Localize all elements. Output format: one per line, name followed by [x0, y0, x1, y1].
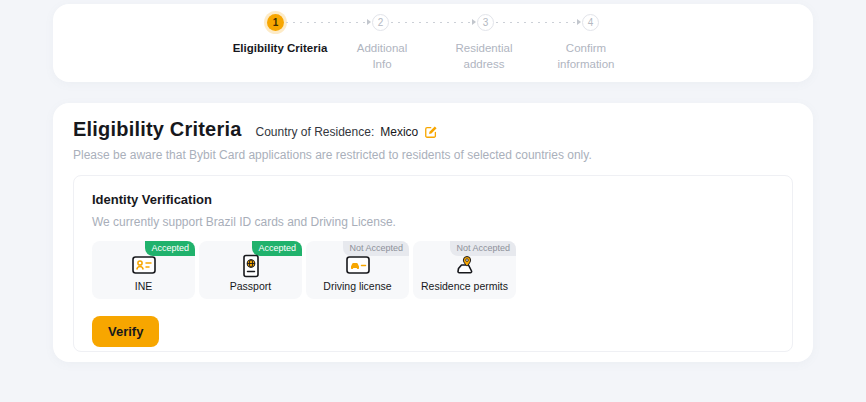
page-title: Eligibility Criteria [73, 118, 241, 141]
stepper-card: 1 2 3 4 Eligibility Criteria Additional … [53, 4, 813, 82]
identity-verification-title: Identity Verification [92, 192, 774, 207]
identity-verification-panel: Identity Verification We currently suppo… [73, 175, 793, 352]
step-3-label: Residential address [433, 40, 535, 72]
step-connector [391, 21, 475, 23]
step-connector [286, 21, 370, 23]
driving-license-icon [345, 254, 371, 280]
step-1-label-text: Eligibility Criteria [233, 40, 328, 72]
doc-label: Driving license [323, 280, 391, 292]
step-2-circle: 2 [372, 14, 389, 31]
stepper-circles: 1 2 3 4 [267, 14, 599, 31]
verify-button[interactable]: Verify [92, 316, 159, 347]
step-2-label: Additional Info [331, 40, 433, 72]
country-value: Mexico [380, 125, 418, 139]
edit-country-icon[interactable] [424, 125, 438, 139]
step-1-label: Eligibility Criteria [229, 40, 331, 72]
step-4-label-text: Confirm information [558, 40, 615, 72]
doc-card-residence-permits: Not Accepted Residence permits [413, 241, 516, 299]
id-card-icon [131, 254, 157, 280]
application-stepper: 1 2 3 4 Eligibility Criteria Additional … [229, 14, 637, 72]
step-4-circle: 4 [582, 14, 599, 31]
country-of-residence: Country of Residence: Mexico [255, 125, 438, 139]
eligibility-card: Eligibility Criteria Country of Residenc… [53, 103, 813, 362]
step-1-circle: 1 [267, 14, 284, 31]
restriction-notice: Please be aware that Bybit Card applicat… [73, 148, 793, 162]
identity-verification-subtitle: We currently support Brazil ID cards and… [92, 215, 774, 229]
doc-card-ine: Accepted INE [92, 241, 195, 299]
step-3-circle: 3 [477, 14, 494, 31]
residence-permit-icon [453, 254, 477, 282]
step-2-label-text: Additional Info [357, 40, 408, 72]
doc-card-passport: Accepted Passport [199, 241, 302, 299]
doc-label: INE [135, 280, 153, 292]
step-connector [496, 21, 580, 23]
stepper-labels: Eligibility Criteria Additional Info Res… [229, 40, 637, 72]
document-type-list: Accepted INE Accepted [92, 241, 774, 299]
country-label: Country of Residence: [255, 125, 374, 139]
step-4-label: Confirm information [535, 40, 637, 72]
eligibility-header: Eligibility Criteria Country of Residenc… [73, 118, 793, 141]
passport-icon [240, 254, 262, 282]
step-3-label-text: Residential address [456, 40, 513, 72]
doc-card-driving-license: Not Accepted Driving license [306, 241, 409, 299]
